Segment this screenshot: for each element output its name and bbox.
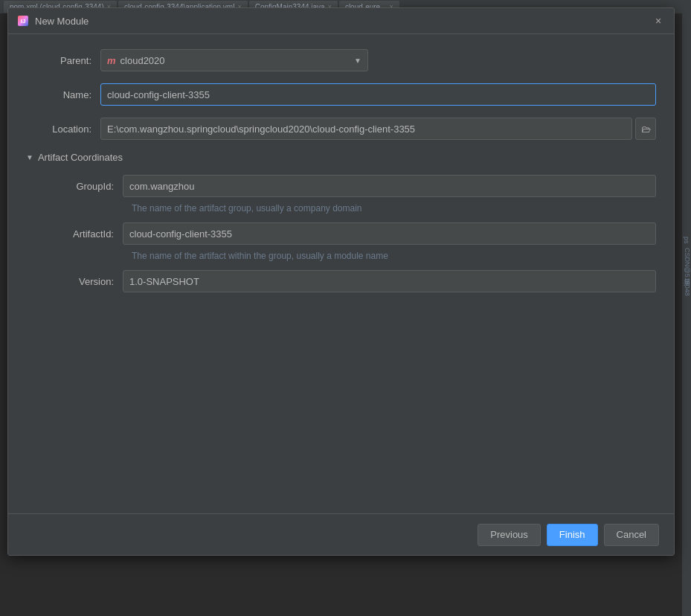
dropdown-text: m cloud2020 bbox=[107, 55, 165, 66]
location-row: Location: 🗁 bbox=[26, 118, 656, 140]
side-text-ps: ps bbox=[683, 237, 690, 244]
name-input[interactable] bbox=[100, 83, 656, 106]
group-id-label: GroupId: bbox=[56, 181, 123, 192]
version-row: Version: bbox=[56, 270, 656, 292]
module-icon: m bbox=[107, 55, 116, 66]
artifact-form: GroupId: The name of the artifact group,… bbox=[26, 175, 656, 292]
parent-value: cloud2020 bbox=[120, 55, 165, 66]
artifact-section-title: Artifact Coordinates bbox=[38, 152, 123, 163]
parent-control: m cloud2020 ▼ bbox=[100, 49, 656, 71]
artifact-section-header[interactable]: ▼ Artifact Coordinates bbox=[26, 152, 656, 163]
artifact-id-input[interactable] bbox=[123, 222, 656, 245]
group-id-row: GroupId: bbox=[56, 175, 656, 197]
version-label: Version: bbox=[56, 276, 123, 287]
version-input[interactable] bbox=[123, 270, 656, 292]
location-control: 🗁 bbox=[100, 118, 656, 140]
group-id-input[interactable] bbox=[123, 175, 656, 197]
artifact-id-control bbox=[123, 222, 656, 245]
dropdown-arrow-icon: ▼ bbox=[354, 57, 361, 65]
group-id-control bbox=[123, 175, 656, 197]
dialog-title-text: New Module bbox=[35, 16, 89, 27]
side-text-csdn: CSDN@半川518048 bbox=[682, 248, 692, 296]
dialog-footer: Previous Finish Cancel bbox=[8, 513, 674, 555]
version-control bbox=[123, 270, 656, 292]
previous-button[interactable]: Previous bbox=[478, 524, 541, 546]
section-collapse-icon: ▼ bbox=[26, 153, 33, 161]
dialog-icon: IJ bbox=[17, 15, 29, 27]
dialog-content: Parent: m cloud2020 ▼ Name: Location: bbox=[8, 34, 674, 555]
location-label: Location: bbox=[26, 123, 100, 135]
parent-row: Parent: m cloud2020 ▼ bbox=[26, 49, 656, 71]
name-label: Name: bbox=[26, 89, 100, 100]
artifact-id-label: ArtifactId: bbox=[56, 228, 123, 240]
side-panel: ps CSDN@半川518048 bbox=[682, 13, 691, 616]
cancel-button[interactable]: Cancel bbox=[604, 524, 659, 546]
dialog-title-left: IJ New Module bbox=[17, 15, 89, 27]
folder-icon: 🗁 bbox=[641, 123, 651, 135]
group-id-hint: The name of the artifact group, usually … bbox=[132, 203, 656, 214]
browse-button[interactable]: 🗁 bbox=[635, 118, 656, 140]
name-row: Name: bbox=[26, 83, 656, 106]
dialog-title-bar: IJ New Module × bbox=[8, 8, 674, 34]
location-row-inner: 🗁 bbox=[100, 118, 656, 140]
finish-button[interactable]: Finish bbox=[547, 524, 598, 546]
parent-label: Parent: bbox=[26, 55, 100, 66]
close-button[interactable]: × bbox=[652, 14, 665, 28]
new-module-dialog: IJ New Module × Parent: m cloud2020 ▼ bbox=[7, 7, 675, 556]
parent-dropdown[interactable]: m cloud2020 ▼ bbox=[100, 49, 368, 71]
name-control bbox=[100, 83, 656, 106]
intellij-icon: IJ bbox=[18, 16, 28, 26]
artifact-id-hint: The name of the artifact within the grou… bbox=[132, 251, 656, 261]
location-input[interactable] bbox=[100, 118, 632, 140]
artifact-id-row: ArtifactId: bbox=[56, 222, 656, 245]
